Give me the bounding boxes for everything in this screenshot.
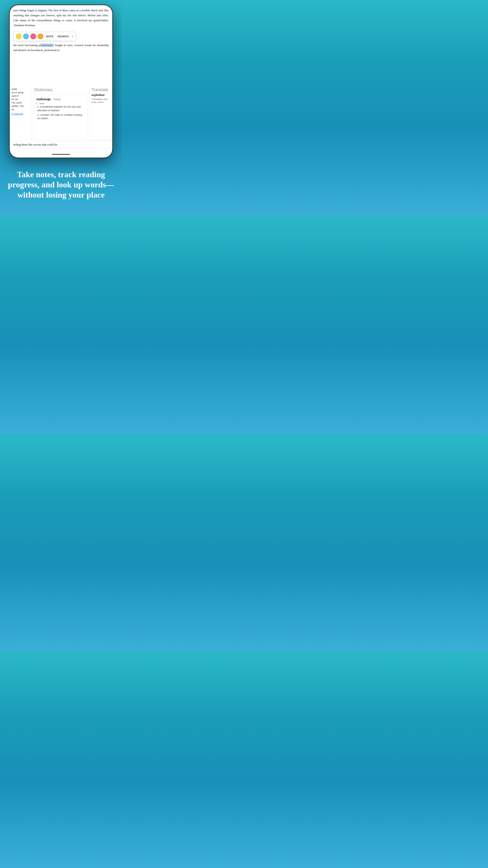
phone-frame: nary things began to happen. The first o… [9, 4, 113, 158]
marketing-text: Take notes, track reading progress, and … [7, 169, 115, 200]
marketing-section: Take notes, track reading progress, and … [0, 158, 122, 214]
more-button[interactable]: › [71, 34, 73, 39]
phone-screen: nary things began to happen. The first o… [10, 5, 112, 158]
book-text-top: nary things began to happen. The first o… [10, 5, 112, 31]
highlighted-word: orphanage, [40, 43, 54, 47]
dict-def-2: 2. <archaic> the state or condition of b… [37, 113, 84, 121]
dict-phonetic: /'ôrfenij/ [53, 98, 61, 101]
book-text-bottom: telling them like secrets that could be [10, 141, 112, 148]
dict-pos: I. noun [36, 102, 84, 105]
translate-header: Translate [92, 88, 110, 92]
dictionary-entry: orphanage /'ôrfenij/ I. noun 1. a reside… [33, 94, 87, 140]
color-blue[interactable] [23, 33, 29, 39]
translate-text: Translations and more, visit w [92, 98, 110, 104]
search-button[interactable]: SEARCH [56, 35, 70, 38]
dict-definitions: 1. a residential institution for the car… [36, 105, 84, 120]
color-pink[interactable] [30, 33, 36, 39]
color-yellow[interactable] [16, 33, 22, 39]
dict-word: orphanage [36, 97, 51, 101]
left-panel: ential ion or group care of ho, for t be… [10, 85, 31, 149]
translate-word: orphelinat [92, 93, 110, 97]
home-indicator [52, 154, 70, 155]
book-text-middle: the most fascinating porphanage, fought … [10, 42, 112, 54]
translate-panel: Translate orphelinat Translations and mo… [90, 85, 112, 149]
phone-container: nary things began to happen. The first o… [0, 0, 122, 158]
highlight-toolbar: NOTE SEARCH › [13, 32, 76, 41]
note-button[interactable]: NOTE [45, 35, 55, 38]
bottom-panels: ential ion or group care of ho, for t be… [10, 85, 112, 149]
color-orange[interactable] [37, 33, 43, 39]
dictionary-panel: Dictionary orphanage /'ôrfenij/ I. noun … [31, 85, 90, 149]
dictionary-header: Dictionary [31, 85, 90, 94]
wikipedia-link[interactable]: to Wikipedia [11, 113, 29, 115]
dict-def-1: 1. a residential institution for the car… [37, 105, 84, 112]
left-panel-text: ential ion or group care of ho, for t be… [11, 88, 29, 111]
